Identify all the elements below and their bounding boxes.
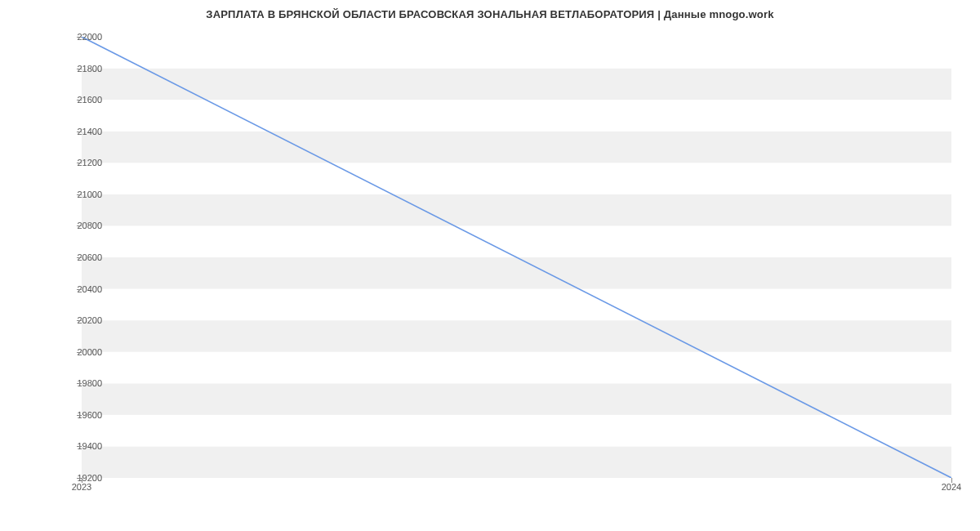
x-tick-mark xyxy=(951,478,952,483)
y-tick-mark xyxy=(77,37,82,38)
y-tick-mark xyxy=(77,100,82,100)
y-tick-mark xyxy=(77,446,82,447)
svg-rect-10 xyxy=(82,132,951,163)
svg-rect-11 xyxy=(82,100,951,132)
y-tick-mark xyxy=(77,320,82,321)
svg-rect-2 xyxy=(82,383,951,415)
x-tick-label: 2024 xyxy=(927,482,976,492)
y-tick-mark xyxy=(77,415,82,416)
svg-rect-5 xyxy=(82,289,951,321)
y-tick-mark xyxy=(77,194,82,195)
y-tick-mark xyxy=(77,257,82,258)
svg-rect-4 xyxy=(82,320,951,352)
svg-rect-3 xyxy=(82,352,951,384)
y-tick-mark xyxy=(77,352,82,353)
y-tick-mark xyxy=(77,69,82,69)
svg-rect-8 xyxy=(82,194,951,226)
svg-rect-6 xyxy=(82,257,951,289)
y-tick-mark xyxy=(77,225,82,226)
chart-svg xyxy=(82,37,951,478)
chart-title: ЗАРПЛАТА В БРЯНСКОЙ ОБЛАСТИ БРАСОВСКАЯ З… xyxy=(0,0,980,20)
svg-rect-7 xyxy=(82,225,951,257)
svg-rect-9 xyxy=(82,163,951,194)
svg-rect-1 xyxy=(82,415,951,447)
y-tick-mark xyxy=(77,132,82,132)
y-tick-mark xyxy=(77,163,82,163)
x-tick-mark xyxy=(82,478,82,483)
chart-plot-area xyxy=(82,37,951,478)
y-tick-mark xyxy=(77,383,82,384)
svg-rect-12 xyxy=(82,69,951,100)
svg-rect-0 xyxy=(82,446,951,478)
svg-rect-13 xyxy=(82,37,951,69)
x-tick-label: 2023 xyxy=(57,482,106,492)
y-tick-mark xyxy=(77,289,82,290)
